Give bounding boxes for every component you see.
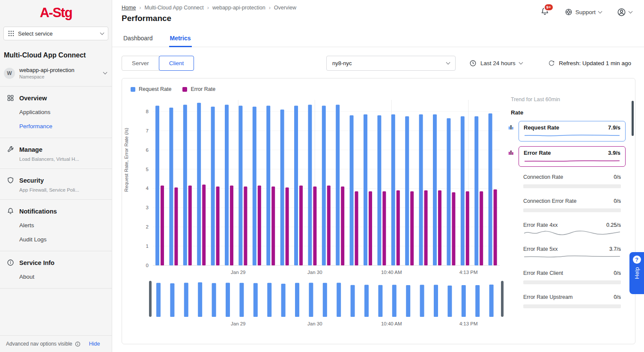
nav-label: Overview	[19, 95, 47, 102]
trend-panel-title: Trend for Last 60min	[507, 96, 626, 102]
svg-text:2: 2	[146, 224, 149, 229]
brush-handle-left[interactable]	[149, 281, 152, 317]
legend-request-rate[interactable]: Request Rate	[131, 86, 171, 92]
legend-error-rate[interactable]: Error Rate	[182, 86, 215, 92]
tab-metrics[interactable]: Metrics	[169, 30, 192, 47]
metric-request-rate[interactable]: Request Rate 7.9/s	[519, 121, 626, 141]
metric-label: Request Rate	[524, 124, 559, 131]
svg-text:1: 1	[146, 244, 149, 249]
nav-label: Notifications	[19, 208, 57, 215]
sidebar-item-performance[interactable]: Performance	[0, 119, 112, 133]
refresh-icon	[548, 60, 555, 67]
main-bar-chart: 012345678Jan 29Jan 3010:40 AM4:13 PM	[135, 94, 504, 277]
sparkline	[523, 229, 621, 236]
help-question-icon: ?	[633, 256, 641, 264]
metric-label: Connection Rate	[523, 174, 563, 180]
metric-connection-error-rate[interactable]: Connection Error Rate 0/s	[519, 196, 626, 216]
breadcrumb-home[interactable]: Home	[122, 5, 136, 11]
tab-dashboard[interactable]: Dashboard	[122, 30, 154, 47]
help-tab[interactable]: ? Help	[629, 252, 644, 294]
help-label: Help	[634, 267, 640, 279]
brush-handle-right[interactable]	[501, 281, 504, 317]
advanced-nav-label: Advanced nav options visible	[6, 341, 72, 347]
metric-error-rate[interactable]: Error Rate 3.9/s	[519, 146, 626, 167]
sparkline-flat	[523, 184, 621, 188]
svg-text:4:13 PM: 4:13 PM	[459, 270, 478, 275]
sidebar-item-security[interactable]: Security	[0, 172, 112, 187]
time-range-value: Last 24 hours	[480, 60, 516, 66]
notifications-button[interactable]: 9+	[540, 7, 549, 17]
chart-zone: Request Rate Error Rate Request Rate, Er…	[122, 78, 507, 344]
site-select-value: ny8-nyc	[332, 60, 352, 66]
sparkline	[523, 253, 621, 260]
shield-icon	[7, 177, 14, 184]
time-range-dropdown[interactable]: Last 24 hours	[469, 56, 522, 71]
svg-text:Jan 29: Jan 29	[231, 321, 246, 326]
server-toggle-button[interactable]: Server	[122, 56, 159, 71]
metric-error-rate-client[interactable]: Error Rate Client 0/s	[519, 268, 626, 288]
wrench-icon	[7, 146, 14, 153]
svg-text:Jan 29: Jan 29	[231, 270, 246, 275]
app-root: A-Stg Select service Multi-Cloud App Con…	[0, 0, 644, 352]
legend-label: Error Rate	[191, 86, 215, 92]
rate-section-label: Rate	[507, 102, 626, 121]
chevron-down-icon	[103, 70, 107, 75]
nav-description: Load Balancers, Virtual H...	[0, 156, 112, 164]
metric-error-rate-4xx[interactable]: Error Rate 4xx 0.25/s	[519, 220, 626, 240]
svg-text:3: 3	[146, 205, 149, 210]
breadcrumb-namespace[interactable]: webapp-api-protection	[204, 5, 265, 11]
namespace-selector[interactable]: W webapp-api-protection Namespace	[0, 63, 112, 87]
svg-text:0: 0	[146, 263, 149, 268]
select-service-dropdown[interactable]: Select service	[3, 27, 108, 40]
account-menu[interactable]	[617, 8, 632, 17]
metric-label: Error Rate	[524, 150, 551, 156]
hide-nav-link[interactable]: Hide	[89, 341, 100, 347]
svg-text:4: 4	[146, 186, 149, 191]
metric-error-rate-5xx[interactable]: Error Rate 5xx 3.7/s	[519, 244, 626, 264]
client-toggle-button[interactable]: Client	[159, 56, 194, 71]
bell-icon	[7, 208, 14, 215]
namespace-avatar: W	[4, 68, 15, 79]
tab-bar: Dashboard Metrics	[112, 30, 644, 47]
sidebar-item-about[interactable]: About	[0, 270, 112, 284]
dashboard-grid-icon	[7, 94, 14, 102]
select-service-label: Select service	[18, 30, 53, 37]
sidebar-item-audit-logs[interactable]: Audit Logs	[0, 232, 112, 247]
svg-text:Jan 30: Jan 30	[307, 270, 322, 275]
breadcrumb-overview[interactable]: Overview	[265, 5, 296, 11]
sidebar-item-applications[interactable]: Applications	[0, 105, 112, 119]
info-icon	[75, 341, 80, 347]
topbar: Home Multi-Cloud App Connect webapp-api-…	[112, 0, 644, 23]
namespace-name: webapp-api-protection	[19, 67, 75, 73]
chevron-down-icon	[519, 60, 523, 65]
sparkline-flat	[523, 280, 621, 284]
mini-overview-chart[interactable]: Jan 29Jan 3010:40 AM4:13 PM	[135, 280, 504, 328]
bar-chart-icon	[508, 124, 514, 131]
app-title: Multi-Cloud App Connect	[0, 42, 112, 63]
metric-label: Connection Error Rate	[523, 198, 576, 204]
bar-chart-icon	[508, 150, 514, 156]
svg-text:7: 7	[146, 128, 149, 133]
sidebar-item-overview[interactable]: Overview	[0, 90, 112, 105]
svg-text:10:40 AM: 10:40 AM	[381, 321, 402, 326]
metric-connection-rate[interactable]: Connection Rate 0/s	[519, 171, 626, 192]
sidebar-item-alerts[interactable]: Alerts	[0, 218, 112, 232]
breadcrumb-app-connect[interactable]: Multi-Cloud App Connect	[136, 5, 203, 11]
nav-label: Security	[19, 177, 44, 184]
scrollbar-thumb[interactable]	[632, 101, 634, 136]
sidebar-item-notifications[interactable]: Notifications	[0, 203, 112, 218]
metric-value: 0.25/s	[606, 222, 621, 228]
refresh-label: Refresh: Updated 1 min ago	[559, 60, 631, 66]
chevron-down-icon	[100, 30, 104, 35]
sidebar-item-manage[interactable]: Manage	[0, 141, 112, 156]
refresh-button[interactable]: Refresh: Updated 1 min ago	[548, 56, 631, 71]
sidebar-item-service-info[interactable]: Service Info	[0, 255, 112, 270]
metric-value: 0/s	[614, 174, 621, 180]
support-menu[interactable]: Support	[565, 8, 602, 16]
metric-error-rate-upstream[interactable]: Error Rate Upstream 0/s	[519, 292, 626, 312]
site-select-dropdown[interactable]: ny8-nyc	[326, 56, 456, 71]
legend-swatch-blue	[131, 87, 135, 92]
sidebar: A-Stg Select service Multi-Cloud App Con…	[0, 0, 112, 352]
topbar-actions: 9+ Support	[540, 7, 632, 17]
trend-panel: Trend for Last 60min Rate Request Rate 7…	[507, 78, 635, 344]
